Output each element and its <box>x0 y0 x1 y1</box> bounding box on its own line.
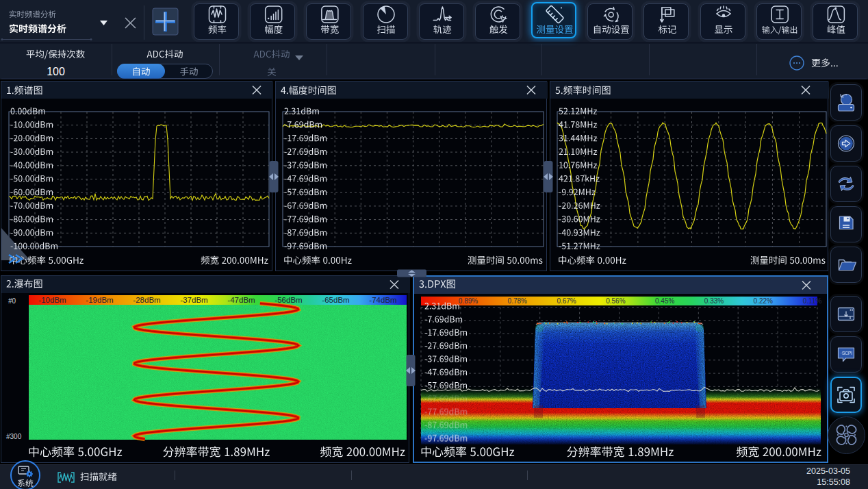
svg-text:0.11%: 0.11% <box>803 297 822 305</box>
svg-text:-19dBm: -19dBm <box>86 296 113 304</box>
svg-text:-28dBm: -28dBm <box>133 296 160 304</box>
svg-text:-65dBm: -65dBm <box>322 296 349 304</box>
svg-text:-74dBm: -74dBm <box>369 296 396 304</box>
svg-text:0.22%: 0.22% <box>754 297 773 305</box>
svg-text:#300: #300 <box>6 433 22 440</box>
svg-text:-10dBm: -10dBm <box>38 296 66 304</box>
svg-text:0.45%: 0.45% <box>655 297 674 305</box>
svg-text:0.67%: 0.67% <box>557 297 576 305</box>
svg-text:#0: #0 <box>8 297 16 305</box>
svg-text:-56dBm: -56dBm <box>275 296 302 304</box>
svg-text:0.89%: 0.89% <box>459 297 478 305</box>
svg-text:-37dBm: -37dBm <box>180 296 207 304</box>
svg-text:-47dBm: -47dBm <box>227 296 255 304</box>
svg-text:0.33%: 0.33% <box>704 297 724 305</box>
svg-text:0.78%: 0.78% <box>508 297 527 305</box>
svg-text:0.56%: 0.56% <box>606 297 625 305</box>
